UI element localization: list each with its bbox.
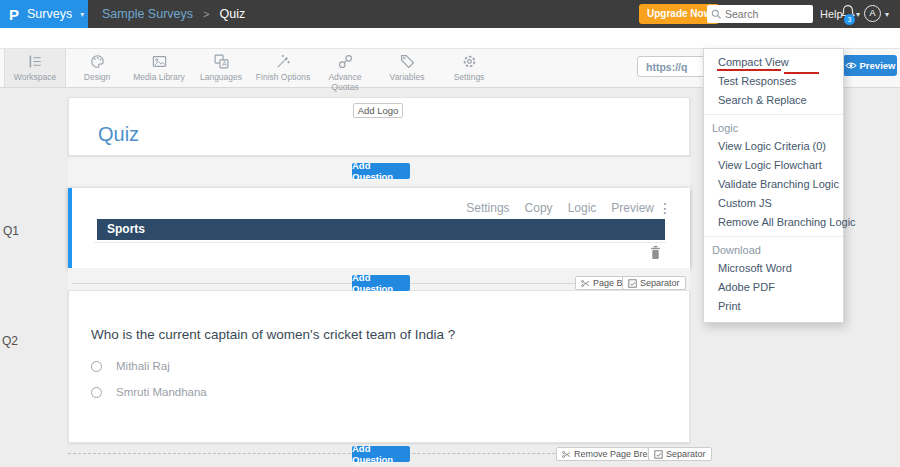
menu-item-search-replace[interactable]: Search & Replace — [704, 91, 843, 110]
menu-item-custom-js[interactable]: Custom JS — [704, 194, 843, 213]
kebab-menu-icon[interactable]: ⋮ — [658, 200, 672, 216]
q1-section-title-bar[interactable]: Sports — [97, 219, 665, 240]
add-question-button[interactable]: Add Question — [352, 275, 410, 291]
toolbar-tiles: Workspace Design Media Library A Languag… — [4, 49, 500, 87]
chain-links-icon — [314, 53, 376, 70]
separator-button[interactable]: Separator — [648, 447, 712, 461]
tag-icon — [376, 53, 438, 70]
add-question-button[interactable]: Add Question — [352, 446, 410, 462]
menu-item-view-logic-flowchart[interactable]: View Logic Flowchart — [704, 156, 843, 175]
q2-option-row[interactable]: Mithali Raj — [91, 360, 170, 372]
toolbar-item-settings[interactable]: Settings — [438, 49, 500, 87]
remove-page-break-button[interactable]: Remove Page Break — [556, 447, 663, 461]
radio-button-icon[interactable] — [91, 361, 102, 372]
menu-header-logic: Logic — [704, 119, 843, 137]
menu-item-test-responses[interactable]: Test Responses — [704, 72, 843, 91]
survey-title[interactable]: Quiz — [98, 123, 139, 146]
add-logo-button[interactable]: Add Logo — [353, 103, 403, 118]
toolbar-item-media-library[interactable]: Media Library — [128, 49, 190, 87]
add-question-button[interactable]: Add Question — [352, 163, 410, 179]
chevron-down-icon[interactable]: ▾ — [856, 10, 860, 19]
global-search — [707, 5, 813, 23]
q2-option-label: Smruti Mandhana — [116, 386, 207, 398]
question-rail-label-q2: Q2 — [2, 334, 18, 348]
q1-logic-link[interactable]: Logic — [568, 201, 597, 215]
workspace-icon — [5, 53, 65, 70]
svg-text:A: A — [222, 60, 227, 67]
toolbar-item-advance-quotas[interactable]: Advance Quotas — [314, 49, 376, 87]
palette-icon — [66, 53, 128, 70]
menu-divider — [704, 114, 843, 115]
q1-copy-link[interactable]: Copy — [525, 201, 553, 215]
q1-preview-link[interactable]: Preview — [611, 201, 654, 215]
scissors-icon — [562, 450, 571, 459]
breadcrumb-separator-icon: > — [203, 8, 209, 20]
survey-nav: Edit Distribute Analytics Integration To… — [0, 28, 900, 48]
chevron-down-icon[interactable]: ▾ — [885, 10, 889, 19]
notification-count-badge: 3 — [844, 14, 855, 25]
separator-check-icon — [628, 279, 637, 288]
menu-header-download: Download — [704, 241, 843, 259]
scissors-icon — [581, 279, 590, 288]
chevron-down-icon: ▾ — [80, 10, 84, 19]
q2-option-label: Mithali Raj — [116, 360, 170, 372]
radio-button-icon[interactable] — [91, 387, 102, 398]
separator-check-icon — [654, 450, 663, 459]
breadcrumb-parent[interactable]: Sample Surveys — [102, 7, 193, 21]
toolbar-item-finish-options[interactable]: Finish Options — [252, 49, 314, 87]
product-label: Surveys — [27, 7, 72, 21]
menu-item-compact-view[interactable]: Compact View — [704, 53, 843, 72]
magic-wand-icon — [252, 53, 314, 70]
toolbar-item-languages[interactable]: A Languages — [190, 49, 252, 87]
image-icon — [128, 53, 190, 70]
menu-item-adobe-pdf[interactable]: Adobe PDF — [704, 278, 843, 297]
brand-logo-icon: P — [9, 6, 19, 23]
product-switcher[interactable]: P Surveys ▾ — [0, 0, 88, 28]
q1-action-bar: Settings Copy Logic Preview — [466, 201, 654, 215]
eye-icon — [845, 61, 857, 70]
question-rail-label-q1: Q1 — [3, 224, 19, 238]
separator-button[interactable]: Separator — [622, 276, 686, 290]
translate-icon: A — [190, 53, 252, 70]
search-icon — [711, 9, 722, 20]
toolbar-item-design[interactable]: Design — [66, 49, 128, 87]
q2-question-text[interactable]: Who is the current captain of women's cr… — [91, 327, 455, 342]
question-block-q1: Settings Copy Logic Preview ⋮ Sports — [68, 188, 690, 268]
search-input[interactable] — [725, 8, 805, 20]
question-block-q2: Who is the current captain of women's cr… — [68, 290, 690, 443]
toolbar-item-variables[interactable]: Variables — [376, 49, 438, 87]
menu-item-microsoft-word[interactable]: Microsoft Word — [704, 259, 843, 278]
menu-item-print[interactable]: Print — [704, 297, 843, 316]
q1-settings-link[interactable]: Settings — [466, 201, 509, 215]
menu-divider — [704, 236, 843, 237]
menu-item-remove-all-branching-logic[interactable]: Remove All Branching Logic — [704, 213, 843, 232]
trash-icon[interactable] — [649, 245, 662, 260]
notifications-button[interactable]: 3 — [840, 4, 864, 26]
top-bar: P Surveys ▾ Sample Surveys > Quiz Upgrad… — [0, 0, 900, 28]
annotation-underline-compact-view — [717, 69, 781, 71]
breadcrumb-current: Quiz — [219, 7, 245, 21]
q2-option-row[interactable]: Smruti Mandhana — [91, 386, 207, 398]
divider — [94, 242, 666, 243]
breadcrumb: Sample Surveys > Quiz — [102, 0, 245, 28]
menu-item-validate-branching-logic[interactable]: Validate Branching Logic — [704, 175, 843, 194]
gear-icon — [438, 53, 500, 70]
preview-button[interactable]: Preview — [843, 55, 897, 76]
avatar[interactable]: A — [864, 5, 881, 22]
annotation-underline-tools — [784, 72, 819, 74]
toolbar-item-workspace[interactable]: Workspace — [4, 49, 66, 87]
menu-item-view-logic-criteria[interactable]: View Logic Criteria (0) — [704, 137, 843, 156]
tools-dropdown-menu: Compact View Test Responses Search & Rep… — [703, 48, 844, 323]
